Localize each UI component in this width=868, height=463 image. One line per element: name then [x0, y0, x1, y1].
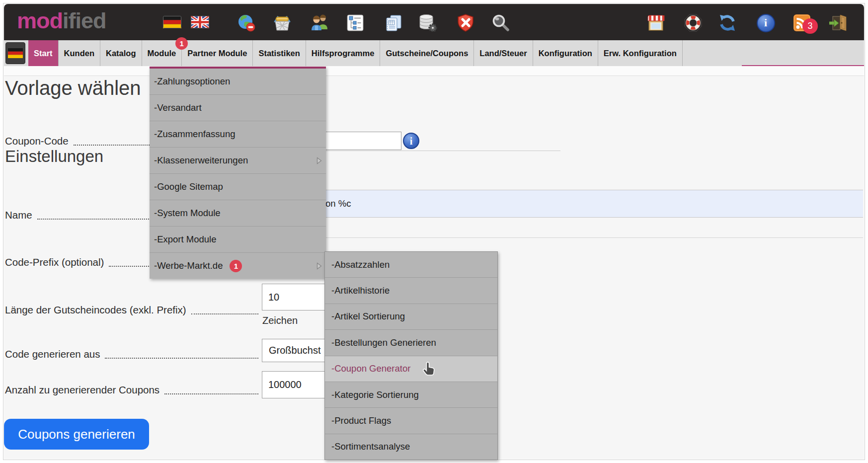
- tab-label: Partner Module: [187, 49, 247, 58]
- field-row-generate-from: Code generieren aus: [5, 345, 258, 363]
- submenu-item-label: -Bestellungen Generieren: [331, 337, 436, 348]
- length-unit-label: Zeichen: [262, 313, 298, 328]
- submenu-item-label: -Product Flags: [331, 415, 391, 426]
- info-icon-topbar[interactable]: [756, 13, 775, 32]
- order-basket-icon[interactable]: [273, 13, 292, 32]
- menu-item-label: -Google Sitemap: [154, 181, 223, 192]
- tab-land-steuer[interactable]: Land/Steuer: [474, 40, 533, 66]
- section-title-einstellungen: Einstellungen: [5, 147, 103, 166]
- tab-konfiguration[interactable]: Konfiguration: [533, 40, 598, 66]
- generate-from-label: Code generieren aus: [5, 345, 100, 363]
- globe-offline-icon[interactable]: [237, 13, 256, 32]
- menu-item-label: -Export Module: [154, 234, 216, 245]
- prefix-label: Code-Prefix (optional): [5, 253, 104, 271]
- menu-item-system-module[interactable]: -System Module: [150, 200, 326, 227]
- menu-item-zahlungsoptionen[interactable]: -Zahlungsoptionen: [150, 69, 326, 95]
- shop-frontend-icon[interactable]: [646, 13, 665, 32]
- tab-kunden[interactable]: Kunden: [59, 40, 100, 66]
- submenu-arrow-icon: [316, 262, 322, 270]
- search-icon[interactable]: [491, 13, 510, 32]
- werbe-markt-submenu: -Absatzzahlen -Artikelhistorie -Artikel …: [324, 251, 498, 460]
- submenu-item-artikelhistorie[interactable]: -Artikelhistorie: [325, 278, 497, 304]
- submenu-item-label: -Absatzzahlen: [331, 259, 390, 270]
- generate-from-select[interactable]: Großbuchst: [262, 339, 330, 362]
- logo-ified: ified: [63, 8, 106, 33]
- coupon-generator-page: modified: [0, 0, 868, 463]
- generate-coupons-button[interactable]: Coupons generieren: [4, 419, 149, 450]
- menu-item-zusammenfassung[interactable]: -Zusammenfassung: [150, 121, 326, 148]
- werbe-markt-badge: 1: [230, 260, 242, 272]
- nav-language-flag[interactable]: [5, 42, 25, 64]
- tab-hilfsprogramme[interactable]: Hilfsprogramme: [306, 40, 381, 66]
- submenu-item-artikel-sortierung[interactable]: -Artikel Sortierung: [325, 304, 497, 330]
- module-dropdown-menu: -Zahlungsoptionen -Versandart -Zusammenf…: [150, 67, 326, 279]
- template-row-text: on %c: [325, 190, 351, 217]
- dotted-leader: [191, 301, 258, 314]
- topbar: modified: [4, 4, 864, 40]
- tab-label: Katalog: [106, 49, 136, 58]
- submenu-item-sortimentsanalyse[interactable]: -Sortimentsanalyse: [325, 434, 497, 460]
- menu-item-klassenerweiterungen[interactable]: -Klassenerweiterungen: [150, 148, 326, 174]
- submenu-item-kategorie-sortierung[interactable]: -Kategorie Sortierung: [325, 382, 497, 408]
- tab-statistiken[interactable]: Statistiken: [253, 40, 306, 66]
- tab-label: Land/Steuer: [479, 49, 527, 58]
- count-label: Anzahl zu generierender Coupons: [5, 381, 159, 399]
- submenu-item-product-flags[interactable]: -Product Flags: [325, 408, 497, 434]
- main-nav: Start Kunden Katalog Module1 Partner Mod…: [4, 40, 864, 67]
- field-row-count: Anzahl zu generierender Coupons: [5, 381, 258, 399]
- submenu-arrow-icon: [316, 157, 322, 164]
- submenu-item-label: -Kategorie Sortierung: [331, 389, 419, 400]
- name-label: Name: [5, 206, 32, 224]
- tab-katalog[interactable]: Katalog: [100, 40, 142, 66]
- tab-label: Hilfsprogramme: [312, 49, 375, 58]
- menu-item-google-sitemap[interactable]: -Google Sitemap: [150, 174, 326, 200]
- customers-icon[interactable]: [310, 13, 329, 32]
- dotted-leader: [105, 345, 258, 359]
- menu-item-label: -Zahlungsoptionen: [154, 76, 230, 87]
- cache-refresh-icon[interactable]: [718, 13, 737, 32]
- submenu-item-label: -Artikelhistorie: [331, 285, 390, 296]
- menu-item-label: -System Module: [154, 208, 221, 219]
- tab-label: Kunden: [64, 49, 94, 58]
- submenu-item-bestellungen-generieren[interactable]: -Bestellungen Generieren: [325, 330, 497, 356]
- tab-erw-konfiguration[interactable]: Erw. Konfiguration: [598, 40, 683, 66]
- submenu-item-label: -Coupon Generator: [331, 363, 410, 374]
- dotted-leader: [164, 381, 258, 394]
- security-shield-icon[interactable]: [456, 13, 475, 32]
- submenu-item-label: -Sortimentsanalyse: [331, 441, 410, 452]
- tab-label: Gutscheine/Coupons: [386, 49, 468, 58]
- submenu-item-label: -Artikel Sortierung: [331, 311, 405, 322]
- tab-label: Statistiken: [258, 49, 300, 58]
- coupon-count-input[interactable]: [262, 371, 330, 398]
- logout-door-icon[interactable]: [829, 13, 848, 32]
- section-title-vorlage: Vorlage wählen: [5, 77, 141, 99]
- menu-item-versandart[interactable]: -Versandart: [150, 95, 326, 121]
- tab-module[interactable]: Module1: [142, 40, 182, 66]
- german-flag-icon[interactable]: [162, 15, 181, 28]
- newsfeed-badge: 3: [802, 18, 818, 34]
- notes-icon[interactable]: [384, 13, 402, 32]
- logo-mod: mod: [17, 8, 63, 33]
- menu-item-werbe-markt[interactable]: -Werbe-Markt.de 1: [150, 253, 326, 279]
- tab-label: Konfiguration: [539, 49, 592, 58]
- length-label: Länge der Gutscheincodes (exkl. Prefix): [5, 301, 186, 319]
- tab-label: Erw. Konfiguration: [604, 49, 677, 58]
- categories-icon[interactable]: [346, 13, 365, 32]
- submenu-item-coupon-generator[interactable]: -Coupon Generator: [325, 356, 497, 382]
- menu-item-export-module[interactable]: -Export Module: [150, 227, 326, 253]
- database-admin-icon[interactable]: [418, 13, 437, 32]
- tab-label: Start: [34, 49, 53, 58]
- tab-partner-module[interactable]: Partner Module: [182, 40, 253, 66]
- field-row-length: Länge der Gutscheincodes (exkl. Prefix): [5, 301, 258, 319]
- newsfeed-icon[interactable]: 3: [792, 13, 811, 32]
- support-lifebuoy-icon[interactable]: [684, 13, 703, 32]
- tab-start[interactable]: Start: [28, 40, 59, 66]
- tab-label: Module: [148, 49, 176, 58]
- info-icon[interactable]: [403, 133, 419, 149]
- tab-gutscheine-coupons[interactable]: Gutscheine/Coupons: [380, 40, 474, 66]
- menu-item-label: -Versandart: [154, 102, 202, 113]
- app-logo[interactable]: modified: [17, 8, 106, 34]
- submenu-item-absatzzahlen[interactable]: -Absatzzahlen: [325, 252, 497, 278]
- uk-flag-icon[interactable]: [190, 15, 209, 28]
- code-length-input[interactable]: [262, 284, 330, 310]
